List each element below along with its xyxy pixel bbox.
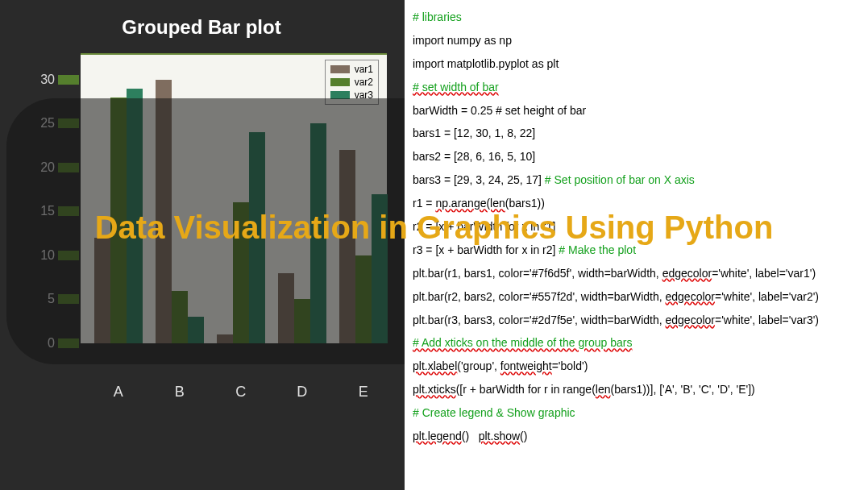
bar-var1 bbox=[156, 80, 172, 343]
code-panel: # librariesimport numpy as npimport matp… bbox=[405, 0, 868, 490]
bar-var2 bbox=[355, 255, 372, 343]
code-line: r1 = np.arange(len(bars1)) bbox=[413, 196, 860, 211]
y-tick: 15 bbox=[31, 204, 55, 218]
y-tick-mark bbox=[58, 163, 79, 172]
bar-var3 bbox=[127, 89, 143, 343]
code-line: plt.xlabel('group', fontweight='bold') bbox=[413, 359, 860, 374]
code-line: plt.xticks([r + barWidth for r in range(… bbox=[413, 382, 860, 397]
y-tick: 30 bbox=[31, 73, 55, 87]
bar-var1 bbox=[278, 273, 294, 343]
code-line: plt.bar(r3, bars3, color='#2d7f5e', widt… bbox=[413, 313, 860, 328]
bar-var1 bbox=[94, 238, 110, 343]
y-tick: 20 bbox=[31, 160, 55, 175]
legend-item: var1 bbox=[330, 63, 373, 76]
legend-item: var3 bbox=[330, 89, 373, 102]
bar-var3 bbox=[249, 132, 265, 343]
y-tick: 5 bbox=[31, 292, 55, 306]
bar-var2 bbox=[233, 202, 249, 343]
code-line: bars2 = [28, 6, 16, 5, 10] bbox=[413, 149, 860, 164]
legend-swatch bbox=[330, 65, 350, 73]
code-line: # set width of bar bbox=[413, 80, 860, 95]
x-label: D bbox=[297, 384, 307, 401]
bar-var2 bbox=[294, 299, 310, 343]
code-line: plt.legend() plt.show() bbox=[413, 429, 860, 444]
y-axis: 051015202530 bbox=[24, 53, 56, 376]
chart-panel: Grouped Bar plot 051015202530 var1var2va… bbox=[16, 16, 387, 411]
y-tick-mark bbox=[58, 206, 79, 216]
bar-var3 bbox=[310, 123, 326, 343]
legend-swatch bbox=[330, 91, 350, 99]
legend-label: var2 bbox=[355, 76, 373, 89]
legend-item: var2 bbox=[330, 76, 373, 89]
chart-area: 051015202530 var1var2var3 ABCDE bbox=[24, 53, 387, 376]
y-tick-mark bbox=[58, 75, 79, 85]
code-line: bars1 = [12, 30, 1, 8, 22] bbox=[413, 126, 860, 141]
x-label: C bbox=[235, 384, 246, 401]
y-tick-mark bbox=[58, 251, 79, 260]
bar-var3 bbox=[188, 317, 204, 343]
legend-label: var3 bbox=[355, 89, 373, 102]
y-tick: 25 bbox=[31, 116, 55, 131]
code-line: plt.bar(r2, bars2, color='#557f2d', widt… bbox=[413, 289, 860, 305]
plot-region: var1var2var3 bbox=[81, 53, 387, 343]
y-tick: 10 bbox=[31, 248, 55, 263]
bar-var2 bbox=[110, 98, 127, 343]
legend: var1var2var3 bbox=[325, 60, 379, 105]
legend-swatch bbox=[330, 78, 350, 86]
code-line: bars3 = [29, 3, 24, 25, 17] # Set positi… bbox=[413, 172, 860, 188]
x-label: A bbox=[114, 384, 123, 401]
y-tick-mark bbox=[58, 294, 79, 304]
y-tick: 0 bbox=[31, 336, 55, 351]
code-line: import numpy as np bbox=[413, 33, 860, 48]
bar-var2 bbox=[172, 291, 188, 343]
x-label: B bbox=[175, 384, 185, 401]
code-line: r2 = [x + barWidth for x in r1] bbox=[413, 219, 860, 235]
y-tick-mark bbox=[58, 118, 79, 128]
bar-var3 bbox=[372, 194, 388, 343]
chart-title: Grouped Bar plot bbox=[16, 16, 387, 39]
x-axis: ABCDE bbox=[81, 384, 387, 408]
code-line: # libraries bbox=[413, 10, 860, 25]
code-line: # Add xticks on the middle of the group … bbox=[413, 335, 860, 351]
x-label: E bbox=[359, 384, 368, 401]
bar-var1 bbox=[339, 150, 355, 343]
bar-var1 bbox=[217, 334, 233, 343]
y-tick-mark bbox=[58, 338, 79, 348]
code-line: # Create legend & Show graphic bbox=[413, 405, 860, 421]
legend-label: var1 bbox=[355, 63, 373, 76]
code-line: r3 = [x + barWidth for x in r2] # Make t… bbox=[413, 243, 860, 258]
code-line: plt.bar(r1, bars1, color='#7f6d5f', widt… bbox=[413, 266, 860, 281]
code-line: barWidth = 0.25 # set height of bar bbox=[413, 103, 860, 118]
code-line: import matplotlib.pyplot as plt bbox=[413, 56, 860, 72]
